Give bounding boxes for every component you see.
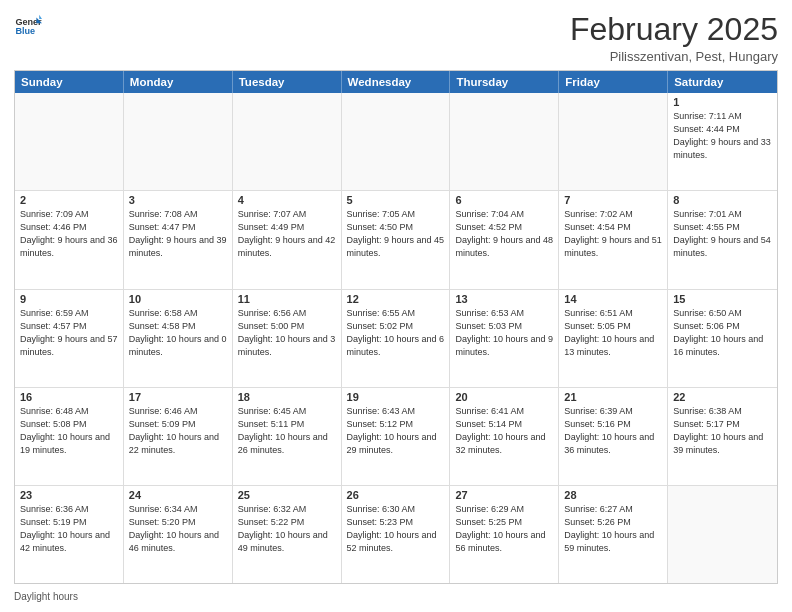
day-cell-8: 8Sunrise: 7:01 AM Sunset: 4:55 PM Daylig… [668,191,777,288]
header-day-wednesday: Wednesday [342,71,451,93]
day-info: Sunrise: 6:27 AM Sunset: 5:26 PM Dayligh… [564,503,662,555]
legend: Daylight hours [14,589,778,604]
day-number: 16 [20,391,118,403]
calendar-body: 1Sunrise: 7:11 AM Sunset: 4:44 PM Daylig… [15,93,777,583]
day-info: Sunrise: 6:55 AM Sunset: 5:02 PM Dayligh… [347,307,445,359]
header-day-friday: Friday [559,71,668,93]
day-cell-24: 24Sunrise: 6:34 AM Sunset: 5:20 PM Dayli… [124,486,233,583]
day-cell-15: 15Sunrise: 6:50 AM Sunset: 5:06 PM Dayli… [668,290,777,387]
day-number: 8 [673,194,772,206]
day-number: 10 [129,293,227,305]
day-info: Sunrise: 7:08 AM Sunset: 4:47 PM Dayligh… [129,208,227,260]
location: Pilisszentivan, Pest, Hungary [570,49,778,64]
day-number: 22 [673,391,772,403]
day-info: Sunrise: 6:32 AM Sunset: 5:22 PM Dayligh… [238,503,336,555]
calendar: SundayMondayTuesdayWednesdayThursdayFrid… [14,70,778,584]
day-info: Sunrise: 6:30 AM Sunset: 5:23 PM Dayligh… [347,503,445,555]
day-number: 1 [673,96,772,108]
day-number: 21 [564,391,662,403]
empty-cell [450,93,559,190]
day-info: Sunrise: 6:53 AM Sunset: 5:03 PM Dayligh… [455,307,553,359]
day-cell-10: 10Sunrise: 6:58 AM Sunset: 4:58 PM Dayli… [124,290,233,387]
day-info: Sunrise: 6:48 AM Sunset: 5:08 PM Dayligh… [20,405,118,457]
calendar-row-3: 9Sunrise: 6:59 AM Sunset: 4:57 PM Daylig… [15,289,777,387]
day-cell-14: 14Sunrise: 6:51 AM Sunset: 5:05 PM Dayli… [559,290,668,387]
header-day-sunday: Sunday [15,71,124,93]
day-info: Sunrise: 7:05 AM Sunset: 4:50 PM Dayligh… [347,208,445,260]
empty-cell [124,93,233,190]
day-info: Sunrise: 6:38 AM Sunset: 5:17 PM Dayligh… [673,405,772,457]
day-number: 3 [129,194,227,206]
empty-cell [15,93,124,190]
day-cell-26: 26Sunrise: 6:30 AM Sunset: 5:23 PM Dayli… [342,486,451,583]
day-cell-4: 4Sunrise: 7:07 AM Sunset: 4:49 PM Daylig… [233,191,342,288]
day-info: Sunrise: 6:58 AM Sunset: 4:58 PM Dayligh… [129,307,227,359]
day-number: 5 [347,194,445,206]
day-cell-12: 12Sunrise: 6:55 AM Sunset: 5:02 PM Dayli… [342,290,451,387]
day-cell-2: 2Sunrise: 7:09 AM Sunset: 4:46 PM Daylig… [15,191,124,288]
day-number: 6 [455,194,553,206]
day-cell-22: 22Sunrise: 6:38 AM Sunset: 5:17 PM Dayli… [668,388,777,485]
day-number: 17 [129,391,227,403]
day-info: Sunrise: 7:04 AM Sunset: 4:52 PM Dayligh… [455,208,553,260]
day-cell-6: 6Sunrise: 7:04 AM Sunset: 4:52 PM Daylig… [450,191,559,288]
day-cell-18: 18Sunrise: 6:45 AM Sunset: 5:11 PM Dayli… [233,388,342,485]
day-cell-17: 17Sunrise: 6:46 AM Sunset: 5:09 PM Dayli… [124,388,233,485]
day-cell-16: 16Sunrise: 6:48 AM Sunset: 5:08 PM Dayli… [15,388,124,485]
day-cell-11: 11Sunrise: 6:56 AM Sunset: 5:00 PM Dayli… [233,290,342,387]
logo: General Blue [14,12,42,40]
day-number: 27 [455,489,553,501]
calendar-row-2: 2Sunrise: 7:09 AM Sunset: 4:46 PM Daylig… [15,190,777,288]
header-day-thursday: Thursday [450,71,559,93]
header-day-monday: Monday [124,71,233,93]
day-number: 7 [564,194,662,206]
title-block: February 2025 Pilisszentivan, Pest, Hung… [570,12,778,64]
header-day-saturday: Saturday [668,71,777,93]
calendar-row-5: 23Sunrise: 6:36 AM Sunset: 5:19 PM Dayli… [15,485,777,583]
empty-cell [233,93,342,190]
day-info: Sunrise: 7:09 AM Sunset: 4:46 PM Dayligh… [20,208,118,260]
calendar-header: SundayMondayTuesdayWednesdayThursdayFrid… [15,71,777,93]
logo-icon: General Blue [14,12,42,40]
day-info: Sunrise: 6:41 AM Sunset: 5:14 PM Dayligh… [455,405,553,457]
day-number: 2 [20,194,118,206]
day-number: 15 [673,293,772,305]
day-info: Sunrise: 6:56 AM Sunset: 5:00 PM Dayligh… [238,307,336,359]
day-info: Sunrise: 6:29 AM Sunset: 5:25 PM Dayligh… [455,503,553,555]
day-info: Sunrise: 6:43 AM Sunset: 5:12 PM Dayligh… [347,405,445,457]
page: General Blue February 2025 Pilisszentiva… [0,0,792,612]
empty-cell [668,486,777,583]
day-number: 9 [20,293,118,305]
day-cell-1: 1Sunrise: 7:11 AM Sunset: 4:44 PM Daylig… [668,93,777,190]
day-cell-13: 13Sunrise: 6:53 AM Sunset: 5:03 PM Dayli… [450,290,559,387]
day-info: Sunrise: 7:11 AM Sunset: 4:44 PM Dayligh… [673,110,772,162]
empty-cell [559,93,668,190]
header-day-tuesday: Tuesday [233,71,342,93]
day-info: Sunrise: 6:36 AM Sunset: 5:19 PM Dayligh… [20,503,118,555]
day-info: Sunrise: 7:07 AM Sunset: 4:49 PM Dayligh… [238,208,336,260]
day-cell-9: 9Sunrise: 6:59 AM Sunset: 4:57 PM Daylig… [15,290,124,387]
day-info: Sunrise: 7:02 AM Sunset: 4:54 PM Dayligh… [564,208,662,260]
day-number: 25 [238,489,336,501]
day-info: Sunrise: 6:45 AM Sunset: 5:11 PM Dayligh… [238,405,336,457]
day-cell-27: 27Sunrise: 6:29 AM Sunset: 5:25 PM Dayli… [450,486,559,583]
day-number: 23 [20,489,118,501]
day-info: Sunrise: 6:51 AM Sunset: 5:05 PM Dayligh… [564,307,662,359]
day-info: Sunrise: 6:39 AM Sunset: 5:16 PM Dayligh… [564,405,662,457]
day-cell-7: 7Sunrise: 7:02 AM Sunset: 4:54 PM Daylig… [559,191,668,288]
day-info: Sunrise: 7:01 AM Sunset: 4:55 PM Dayligh… [673,208,772,260]
day-number: 18 [238,391,336,403]
day-cell-19: 19Sunrise: 6:43 AM Sunset: 5:12 PM Dayli… [342,388,451,485]
day-cell-5: 5Sunrise: 7:05 AM Sunset: 4:50 PM Daylig… [342,191,451,288]
day-info: Sunrise: 6:59 AM Sunset: 4:57 PM Dayligh… [20,307,118,359]
day-info: Sunrise: 6:34 AM Sunset: 5:20 PM Dayligh… [129,503,227,555]
header: General Blue February 2025 Pilisszentiva… [14,12,778,64]
calendar-row-4: 16Sunrise: 6:48 AM Sunset: 5:08 PM Dayli… [15,387,777,485]
day-number: 24 [129,489,227,501]
month-title: February 2025 [570,12,778,47]
day-number: 20 [455,391,553,403]
day-cell-28: 28Sunrise: 6:27 AM Sunset: 5:26 PM Dayli… [559,486,668,583]
day-number: 28 [564,489,662,501]
empty-cell [342,93,451,190]
day-cell-25: 25Sunrise: 6:32 AM Sunset: 5:22 PM Dayli… [233,486,342,583]
